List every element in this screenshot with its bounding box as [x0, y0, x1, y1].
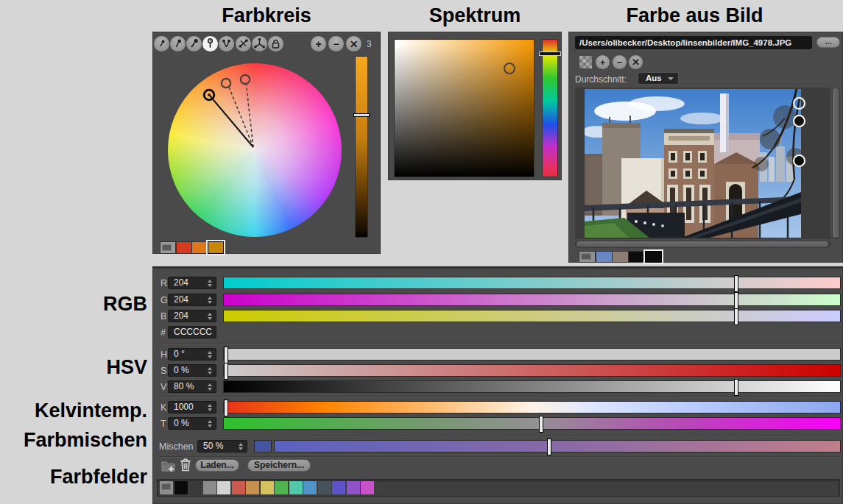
swatch[interactable]: [361, 481, 374, 494]
compare-swatch[interactable]: [579, 251, 596, 263]
h-slider-handle[interactable]: [224, 347, 228, 363]
mischen-slider-handle[interactable]: [547, 439, 551, 455]
stepper-arrows[interactable]: [239, 443, 243, 450]
kelvin-slider[interactable]: [223, 401, 841, 414]
g-slider[interactable]: [223, 294, 841, 306]
h-input[interactable]: 0 °: [168, 348, 216, 361]
complementary-pins-icon-button[interactable]: [236, 36, 251, 52]
stepper-arrows[interactable]: [208, 383, 212, 391]
sample-point-marker[interactable]: [793, 155, 805, 167]
add-sample-button[interactable]: +: [596, 55, 610, 69]
b-slider[interactable]: [223, 310, 841, 322]
hue-slider-handle[interactable]: [539, 52, 561, 56]
clear-harmony-button[interactable]: ✕: [346, 36, 361, 52]
sampled-swatch[interactable]: [612, 251, 629, 263]
compare-swatch[interactable]: [160, 241, 176, 254]
swatch[interactable]: [188, 481, 202, 494]
add-swatch-group-icon[interactable]: [161, 458, 176, 472]
remove-sample-button[interactable]: −: [613, 55, 627, 69]
mischen-slider[interactable]: [274, 440, 841, 452]
stepper-arrows[interactable]: [208, 351, 212, 358]
sampled-swatch[interactable]: [596, 251, 613, 263]
swatch[interactable]: [261, 481, 274, 494]
browse-button[interactable]: ...: [816, 37, 840, 48]
lock-button[interactable]: [268, 36, 283, 52]
swatch[interactable]: [275, 481, 288, 494]
r-slider-handle[interactable]: [734, 275, 738, 292]
hex-input[interactable]: CCCCCC: [168, 326, 216, 338]
harmony-mode-4-button-selected[interactable]: [202, 36, 218, 52]
hue-slider[interactable]: [542, 39, 558, 177]
speichern-button[interactable]: Speichern...: [247, 459, 311, 472]
swatch[interactable]: [174, 481, 188, 494]
laden-button[interactable]: Laden...: [195, 459, 239, 472]
swatch[interactable]: [217, 481, 230, 494]
sampled-swatch-selected[interactable]: [645, 251, 662, 263]
swatch[interactable]: [232, 481, 245, 494]
vertical-scrollbar[interactable]: [832, 88, 840, 239]
image-viewport[interactable]: [575, 88, 830, 239]
b-slider-handle[interactable]: [734, 308, 738, 325]
swatch[interactable]: [318, 481, 331, 494]
harmony-swatch[interactable]: [191, 241, 208, 254]
r-slider[interactable]: [223, 277, 841, 289]
swatch[interactable]: [347, 481, 360, 494]
brightness-slider[interactable]: [355, 56, 368, 238]
image-path-field[interactable]: /Users/olibecker/Desktop/linsenbilder/IM…: [575, 36, 812, 49]
g-slider-handle[interactable]: [734, 292, 738, 309]
harmony-swatch-selected[interactable]: [208, 241, 224, 254]
swatch-group[interactable]: [160, 481, 173, 494]
stepper-arrows[interactable]: [208, 313, 212, 320]
swatch[interactable]: [246, 481, 259, 494]
stepper-arrows[interactable]: [208, 367, 212, 375]
h-slider[interactable]: [223, 348, 841, 361]
swatch[interactable]: [203, 481, 216, 494]
stepper-arrows[interactable]: [208, 280, 212, 287]
v-slider-handle[interactable]: [734, 379, 738, 396]
tint-slider-handle[interactable]: [539, 416, 543, 433]
s-slider-handle[interactable]: [224, 363, 228, 380]
multi-pin-icon-button[interactable]: [252, 36, 267, 52]
g-input[interactable]: 204: [168, 294, 216, 306]
photo-linsenbilder[interactable]: [585, 89, 801, 238]
kelvin-slider-handle[interactable]: [224, 400, 228, 416]
harmony-swatch[interactable]: [176, 241, 192, 254]
tint-slider[interactable]: [223, 417, 841, 430]
harmony-mode-2-button[interactable]: [170, 36, 186, 52]
swatch[interactable]: [289, 481, 303, 494]
clear-samples-button[interactable]: ✕: [629, 55, 643, 69]
stepper-arrows[interactable]: [208, 404, 212, 411]
swatch[interactable]: [332, 481, 345, 494]
horizontal-scrollbar[interactable]: [575, 241, 830, 248]
vertical-scrollbar-thumb[interactable]: [833, 88, 839, 238]
k-input[interactable]: 1000: [168, 401, 216, 414]
stepper-arrows[interactable]: [208, 297, 212, 304]
remove-harmony-color-button[interactable]: −: [328, 36, 344, 52]
sampled-swatch[interactable]: [628, 251, 645, 263]
trash-icon[interactable]: [180, 457, 191, 472]
harmony-mode-3-button[interactable]: [186, 36, 202, 52]
b-input[interactable]: 204: [168, 310, 216, 322]
v-label: V: [161, 382, 166, 392]
sample-point-marker[interactable]: [793, 97, 805, 110]
brightness-slider-handle[interactable]: [353, 113, 370, 117]
color-wheel[interactable]: [168, 63, 342, 237]
mischen-input[interactable]: 50 %: [197, 440, 247, 452]
swatch[interactable]: [303, 481, 317, 494]
s-slider[interactable]: [223, 364, 841, 377]
v-input[interactable]: 80 %: [168, 380, 216, 393]
r-input[interactable]: 204: [168, 277, 216, 289]
mix-source-swatch[interactable]: [254, 440, 272, 452]
harmony-mode-1-button[interactable]: [154, 36, 169, 52]
s-input[interactable]: 0 %: [168, 364, 216, 377]
stepper-arrows[interactable]: [208, 420, 212, 427]
saturation-value-field[interactable]: [394, 39, 535, 177]
sv-marker[interactable]: [504, 63, 515, 74]
v-slider[interactable]: [223, 380, 841, 393]
horizontal-scrollbar-thumb[interactable]: [576, 241, 828, 247]
harmony-mode-5-button[interactable]: [219, 36, 234, 52]
t-input[interactable]: 0 %: [168, 417, 216, 430]
durchschnitt-dropdown[interactable]: Aus: [638, 72, 679, 85]
sample-point-marker[interactable]: [793, 115, 805, 127]
add-harmony-color-button[interactable]: +: [311, 36, 326, 52]
